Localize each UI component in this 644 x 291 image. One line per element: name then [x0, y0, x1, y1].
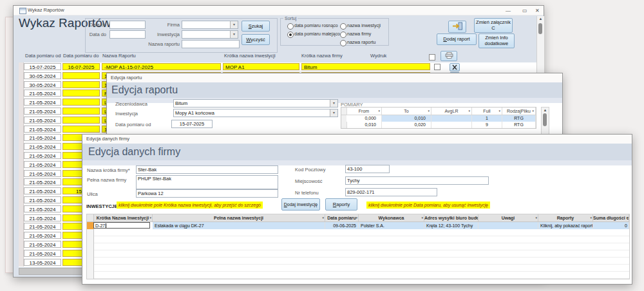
cell-data-pomiaru-od[interactable]: 21-05-2024 — [24, 178, 61, 185]
edycja-raportu-titlebar[interactable]: Edycja raportu — [107, 73, 562, 83]
cell-data-pomiaru-od[interactable]: 15-07-2025 — [24, 63, 61, 70]
chevron-down-icon[interactable]: ▾ — [330, 100, 337, 107]
cell-data-pomiaru-do[interactable] — [62, 72, 100, 79]
pelna-nazwa-firmy-input[interactable]: PHUP Ster-Bak — [136, 175, 278, 189]
col-header-data-pomiaru[interactable]: Data pomiaru▾ — [325, 214, 359, 221]
scrollbar-thumb[interactable] — [543, 113, 547, 126]
cell-to[interactable]: 0,010 — [382, 115, 431, 122]
cell-data-pomiaru-od[interactable]: 21-05-2024 — [24, 152, 61, 159]
cell-data-pomiaru-do[interactable] — [62, 126, 100, 133]
col-header-suma-dlugosci[interactable]: Suma długości o▾ — [593, 214, 629, 221]
row-selector[interactable] — [19, 214, 24, 223]
nr-telefonu-input[interactable]: 829-002-171 — [345, 188, 437, 196]
cell-data-pomiaru-od[interactable]: 21-05-2024 — [24, 223, 61, 230]
cell-data-pomiaru-od[interactable]: 21-05-2024 — [24, 117, 61, 124]
cell-data-pomiaru-do[interactable] — [62, 108, 100, 115]
cell-data-pomiaru-do[interactable]: 16-07-2025 — [62, 63, 100, 70]
chevron-down-icon[interactable]: ▾ — [230, 21, 238, 28]
cell-data-pomiaru-do[interactable] — [62, 99, 100, 106]
radio-nazwa-raportu[interactable] — [340, 40, 346, 46]
cell-avglr[interactable] — [431, 122, 472, 128]
inwestycja-combobox[interactable]: Mopy A1 końcowa ▾ — [173, 109, 338, 117]
col-header-raporty[interactable]: Raporty▾ — [538, 214, 593, 221]
cell-data-pomiaru-od[interactable]: 21-05-2024 — [24, 196, 61, 203]
wyczysc-button[interactable]: Wyczyść — [242, 34, 270, 45]
cell-wykonawca[interactable]: Polster S.A. — [359, 222, 424, 229]
edycja-danych-firmy-titlebar[interactable]: Edycja danych firmy — [82, 135, 632, 144]
cell-data-pomiaru-do[interactable] — [62, 81, 100, 88]
data-od-input[interactable] — [109, 21, 146, 29]
row-selector[interactable] — [19, 142, 24, 151]
cell-data-pomiaru-od[interactable]: 21-05-2024 — [24, 232, 61, 239]
cell-full[interactable]: 9 — [472, 122, 502, 128]
cell-krotka-nazwa-edit[interactable]: D-27 — [93, 222, 150, 229]
cell-adres-wysylki[interactable]: Kręta 12; 43-100 Tychy — [424, 222, 478, 229]
cell-raporty-link[interactable]: Kliknij, aby pokazać raporty — [538, 222, 593, 229]
pomiary-row[interactable]: 0,000 0,010 1 RTG — [341, 115, 536, 122]
cell-data-pomiaru-od[interactable]: 21-05-2024 — [24, 214, 61, 221]
cell-data-pomiaru-od[interactable]: 21-05-2024 — [24, 205, 61, 212]
col-header-adres-wysylki[interactable]: Adres wysyłki biuro budo▾ — [424, 214, 478, 221]
cell-data-pomiaru-od[interactable]: 21-05-2024 — [24, 170, 61, 177]
row-selector[interactable] — [19, 178, 24, 187]
scroll-up-icon[interactable]: ▲ — [542, 108, 549, 112]
cell-data-pomiaru-od[interactable]: 21-05-2024 — [24, 143, 61, 150]
scrollbar-thumb[interactable] — [538, 23, 542, 34]
dodaj-raport-button[interactable]: Dodaj raport — [437, 33, 477, 45]
wykaz-titlebar[interactable]: Wykaz Raportów — ▭ ✕ — [14, 6, 544, 15]
cell-suma-dlugosci[interactable]: 0 — [593, 222, 629, 229]
minimize-icon[interactable]: — — [506, 8, 511, 14]
cell-krotka-nazwa-firmy[interactable]: Bitum — [301, 63, 430, 70]
row-selector[interactable] — [19, 187, 24, 196]
table-row[interactable]: 15-07-2025 16-07-2025 -MOP A1-15-07-2025… — [19, 62, 537, 71]
row-selector[interactable] — [19, 71, 24, 80]
row-selector[interactable] — [19, 151, 24, 160]
row-selector[interactable] — [19, 98, 24, 107]
cell-rodzajpliku[interactable]: RTG — [502, 122, 536, 128]
inwestycja-combobox[interactable]: ▾ — [182, 30, 238, 39]
zmien-info-button[interactable]: Zmień Info dodatkowe — [478, 33, 515, 48]
cell-data-pomiaru-do[interactable] — [62, 89, 100, 97]
row-selector[interactable] — [19, 240, 24, 249]
chevron-down-icon[interactable]: ▾ — [330, 109, 337, 117]
radio-nazwa-firmy[interactable] — [340, 32, 346, 38]
row-selector[interactable] — [19, 258, 24, 267]
radio-nazwa-inwestycji[interactable] — [340, 23, 346, 30]
cell-full[interactable]: 1 — [472, 115, 502, 122]
cell-data-pomiaru-od[interactable]: 21-05-2024 — [24, 108, 61, 115]
cell-krotka-nazwa-inwestycji[interactable]: MOP A1 — [223, 63, 299, 70]
miejscowosc-input[interactable]: Tychy — [345, 176, 489, 185]
data-pomiaru-od-input[interactable]: 15-07-2025 — [171, 120, 213, 128]
cell-nazwa-raportu[interactable]: -MOP A1-15-07-2025 — [102, 63, 221, 70]
row-selector[interactable] — [19, 222, 24, 231]
row-selector[interactable] — [19, 196, 24, 205]
cell-data-pomiaru-od[interactable]: 21-05-2024 — [24, 126, 61, 133]
cell-data-pomiaru-od[interactable]: 21-05-2024 — [24, 187, 61, 194]
cell-data-pomiaru-od[interactable]: 30-05-2024 — [24, 72, 61, 79]
delete-row-button[interactable] — [450, 63, 460, 71]
col-header-full[interactable]: Full▾ — [472, 108, 502, 115]
row-selector[interactable] — [19, 89, 24, 98]
col-header-from[interactable]: From▾ — [346, 108, 382, 115]
kod-pocztowy-input[interactable]: 43-100 — [345, 165, 390, 173]
row-selector[interactable] — [19, 80, 24, 89]
row-selector[interactable] — [19, 107, 24, 116]
cell-data-pomiaru-od[interactable]: 21-05-2024 — [24, 241, 61, 248]
cell-data-pomiaru-od[interactable]: 30-05-2024 — [24, 81, 61, 88]
exit-button[interactable] — [448, 21, 466, 33]
cell-data-pomiaru-do[interactable] — [62, 117, 100, 124]
col-header-wykonawca[interactable]: Wykonawca▾ — [359, 214, 424, 221]
cell-from[interactable]: 0,010 — [346, 122, 382, 128]
chevron-down-icon[interactable]: ▾ — [230, 31, 238, 38]
cell-uwagi[interactable] — [478, 222, 538, 229]
col-header-krotka-nazwa-inwestycji[interactable]: Krótka Nazwa Inwestycji▾ — [93, 214, 153, 221]
cell-avglr[interactable] — [431, 115, 472, 122]
szukaj-button[interactable]: Szukaj — [242, 21, 270, 32]
header-checkbox[interactable] — [429, 54, 435, 61]
cell-from[interactable]: 0,000 — [346, 115, 382, 122]
cell-to[interactable]: 0,020 — [382, 122, 431, 128]
col-header-pelna-nazwa-inwestycji[interactable]: Pełna nazwa inwestycji▾ — [153, 214, 325, 221]
cell-data-pomiaru[interactable]: 09-06-2025 — [325, 222, 359, 229]
radio-data-pomiaru-rosnaco[interactable] — [287, 23, 294, 30]
cell-data-pomiaru-od[interactable]: 21-05-2024 — [24, 134, 61, 141]
